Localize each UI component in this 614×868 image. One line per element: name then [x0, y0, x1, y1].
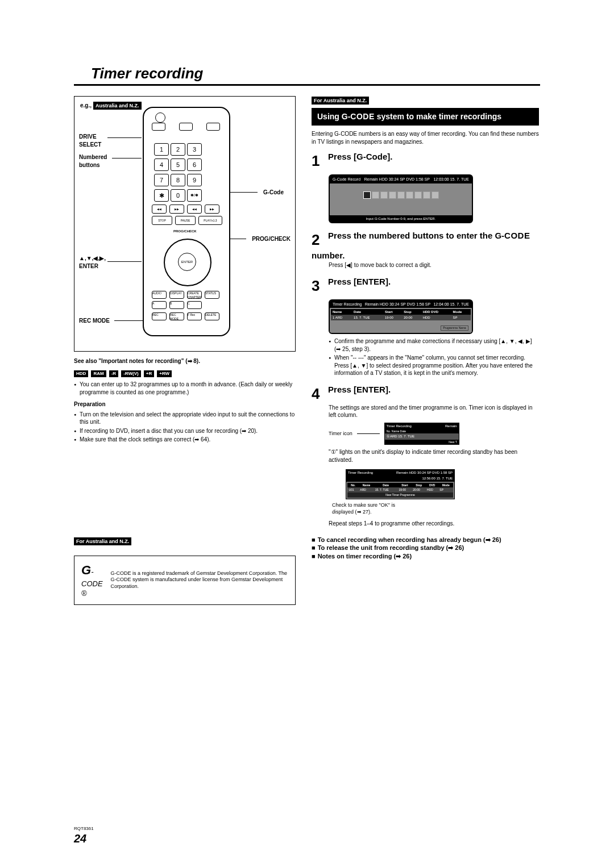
screen-3-row: Timer Recording Remain HDD 30:24 SP DVD … [329, 467, 539, 515]
num-3: 3 [187, 143, 202, 156]
model-number: RQT8361 [74, 826, 540, 831]
step-3-bullets: Confirm the programme and make correctio… [329, 337, 539, 377]
skip-back-button: ◀◀ [187, 205, 202, 214]
b-button: B [169, 301, 184, 309]
extra-1: To cancel recording when recording has a… [312, 536, 501, 544]
s1-input-row [333, 191, 468, 199]
rec-mode-button: REC MODE [169, 312, 184, 320]
s2-table: Name Date Start Stop HDD DVD Mode 1 ARD … [331, 309, 471, 320]
a-button: A [152, 301, 167, 309]
callout-progcheck: PROG/CHECK [252, 235, 291, 243]
extra-2: To release the unit from recording stand… [312, 544, 464, 552]
badge-r: -R [109, 370, 118, 378]
prep-3: Make sure that the clock settings are co… [74, 436, 296, 444]
pause-button: PAUSE [175, 216, 196, 225]
num-star: ✱ [154, 189, 169, 202]
display-button: DISPLAY [169, 291, 184, 299]
step-3-title: Press [ENTER]. [328, 277, 391, 286]
spacer [74, 446, 296, 537]
timer-icon-label: Timer icon [329, 430, 352, 437]
step-1-title: Press [G-Code]. [328, 152, 392, 161]
transport-row-1: ◀◀ ▶▶ ◀◀ ▶▶ [152, 205, 219, 214]
num-1: 1 [154, 143, 169, 156]
callout-arrows-enter: ▲,▼,◀,▶, ENTER [79, 254, 113, 270]
section-heading: Using G-CODE system to make timer record… [312, 108, 539, 126]
av-button [179, 123, 193, 131]
step-num-1: 1 [312, 151, 326, 171]
check-ok-note: Check to make sure "OK" is displayed (➡ … [332, 502, 417, 515]
chapter-button: CREATE CHAPTER [187, 291, 202, 299]
s3-b1: Confirm the programme and make correctio… [329, 337, 539, 353]
remote-diagram-box: e.g., Australia and N.Z. DRIVE SELECT Nu… [74, 96, 296, 352]
repeat-note: Repeat steps 1–4 to programme other reco… [329, 520, 539, 528]
step-1: 1 Press [G-Code]. G-Code Record Remain H… [312, 151, 539, 223]
abc-row-2: A B C [152, 301, 202, 309]
step-2: 2 Press the numbered buttons to enter th… [312, 230, 539, 269]
sh-b: CODE [350, 112, 374, 121]
media-badges: HDD RAM -R -RW(V) +R +RW [74, 369, 296, 378]
gcode-g: G [81, 563, 91, 577]
callout-drive-select: DRIVE SELECT [79, 133, 113, 148]
prep-2: If recording to DVD, insert a disc that … [74, 427, 296, 435]
abc-row-1: AUDIO DISPLAY CREATE CHAPTER STATUS [152, 291, 219, 299]
timer-icon-figure: Timer icon Timer RecordingRemain No. Nam… [329, 423, 539, 445]
audio-button: AUDIO [152, 291, 167, 299]
num-9: 9 [187, 174, 202, 186]
badge-rwv: -RW(V) [121, 370, 141, 378]
num-0: 0 [171, 189, 185, 202]
region-chip-right: For Australia and N.Z. [312, 97, 369, 105]
page-footer: RQT8361 24 [74, 826, 540, 845]
skip-fwd-button: ▶▶ [205, 205, 219, 214]
screen-1: G-Code Record Remain HDD 30:24 SP DVD 1:… [329, 174, 473, 223]
prep-list: Turn on the television and select the ap… [74, 411, 296, 444]
rec-row: REC REC MODE F Rec DELETE [152, 312, 219, 320]
s2-hdr-r: 12:04:00 15. 7. TUE [433, 302, 469, 307]
intro-text: Entering G-CODE numbers is an easy way o… [312, 130, 539, 145]
step-4-text: The settings are stored and the timer pr… [329, 404, 539, 419]
right-column: For Australia and N.Z. Using G-CODE syst… [312, 96, 539, 605]
callout-numbered: Numbered buttons [79, 153, 113, 169]
extra-3: Notes on timer recording (➡ 26) [312, 552, 412, 561]
badge-ram: RAM [91, 370, 106, 378]
screen-3: Timer Recording Remain HDD 30:24 SP DVD … [346, 469, 455, 499]
s1-hdr-m: Remain HDD 30:24 SP DVD 1:58 SP [364, 177, 430, 182]
num-6: 6 [187, 158, 202, 171]
frec-button: F Rec [187, 312, 202, 320]
delete-button: DELETE [205, 312, 219, 320]
step-2-title: Press the numbered buttons to enter the … [312, 231, 530, 260]
two-columns: e.g., Australia and N.Z. DRIVE SELECT Nu… [74, 96, 540, 605]
title-bar: Timer recording [74, 62, 540, 86]
num-5: 5 [171, 158, 185, 171]
callout-gcode: G-Code [263, 189, 284, 197]
sh-c: system to make timer recordings [375, 112, 501, 121]
s2-progname: Programme Name [441, 326, 468, 331]
badge-hdd: HDD [74, 370, 88, 378]
play-button: PLAY/x1.3 [198, 216, 222, 225]
ffwd-button: ▶▶ [169, 205, 184, 214]
num-4: 4 [154, 158, 169, 171]
s3-b2: When "-- ---" appears in the "Name" colu… [329, 354, 539, 377]
power-icon [155, 112, 165, 123]
step-3: 3 Press [ENTER]. Timer Recording Remain … [312, 276, 539, 377]
page-number: 24 [74, 832, 540, 845]
num-gcode: ✱/✱ [187, 189, 202, 202]
numpad: 1 2 3 4 5 6 7 8 9 ✱ 0 ✱/✱ [154, 143, 201, 202]
eg-prefix: e.g., [80, 102, 92, 108]
badge-plusrw: +RW [157, 370, 172, 378]
stop-button: STOP [152, 216, 172, 225]
c-button: C [187, 301, 202, 309]
s2-hdr-m: Remain HDD 30:24 SP DVD 1:58 SP [365, 302, 430, 307]
step-num-3: 3 [312, 276, 326, 296]
drive-select-button [152, 123, 165, 131]
sh-a: Using G- [317, 112, 350, 121]
transport-row-2: STOP PAUSE PLAY/x1.3 [152, 216, 222, 225]
page-title: Timer recording [74, 62, 540, 82]
page: Timer recording e.g., Australia and N.Z.… [74, 62, 540, 605]
left-column: e.g., Australia and N.Z. DRIVE SELECT Nu… [74, 96, 296, 605]
gcode-logo: G-CODE ® [81, 562, 103, 599]
s1-hdr-r: 12:03:00 15. 7. TUE [433, 177, 469, 182]
screen-2: Timer Recording Remain HDD 30:24 SP DVD … [329, 299, 473, 334]
num-7: 7 [154, 174, 169, 186]
status-button: STATUS [205, 291, 219, 299]
step-4-note: "①" lights on the unit's display to indi… [329, 448, 539, 464]
